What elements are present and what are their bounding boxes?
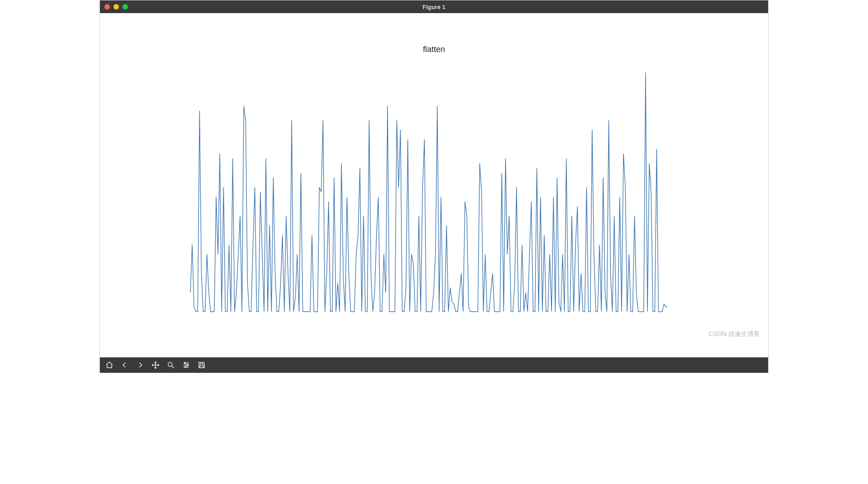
maximize-icon[interactable] [123,4,128,9]
forward-button[interactable] [132,358,148,372]
window-controls [104,4,128,9]
figure-window: Figure 1 flatten CSDN @逢生博客 [99,0,769,373]
back-button[interactable] [117,358,132,372]
svg-point-2 [187,365,189,366]
save-button[interactable] [194,358,209,372]
close-icon[interactable] [104,4,110,9]
titlebar: Figure 1 [100,0,768,13]
svg-point-3 [185,366,186,368]
forward-icon [136,361,144,369]
window-title: Figure 1 [100,4,768,10]
home-icon [105,361,113,369]
pan-icon [151,361,160,369]
svg-point-1 [184,362,186,364]
configure-icon [182,361,190,369]
zoom-button[interactable] [163,358,179,372]
plot-canvas[interactable]: flatten CSDN @逢生博客 [100,13,768,357]
line-plot [100,13,769,357]
matplotlib-toolbar [100,357,768,373]
back-icon [121,361,129,369]
save-icon [198,361,206,369]
pan-button[interactable] [148,358,163,372]
minimize-icon[interactable] [113,4,119,9]
home-button[interactable] [102,358,117,372]
configure-button[interactable] [179,358,194,372]
svg-point-0 [168,362,172,366]
zoom-icon [167,361,175,369]
